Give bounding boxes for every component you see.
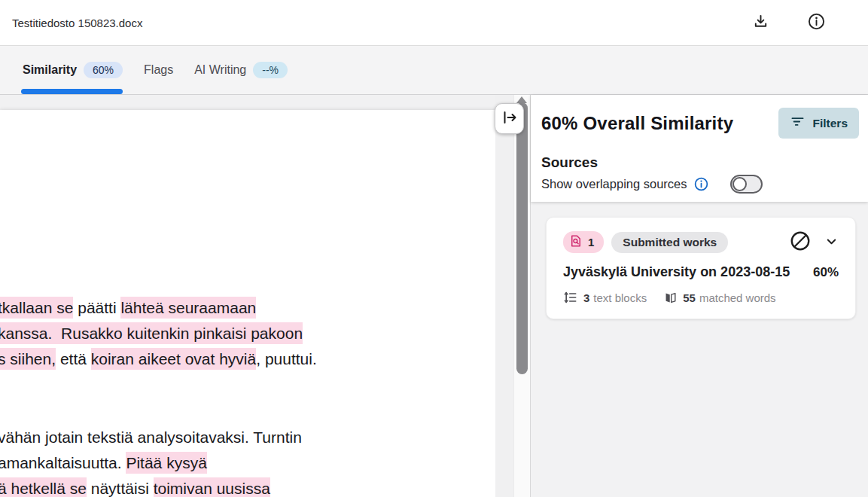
- ai-writing-score-badge: --%: [253, 62, 288, 78]
- text-blocks-lines-icon: [563, 290, 578, 305]
- sources-heading: Sources: [541, 154, 859, 171]
- top-bar: Testitiedosto 150823.docx: [0, 0, 868, 46]
- overlapping-sources-row: Show overlapping sources: [541, 175, 859, 194]
- download-icon: [752, 13, 769, 32]
- document-page: tkallaan se päätti lähteä seuraamaankans…: [0, 110, 495, 497]
- document-paragraph: tkallaan se päätti lähteä seuraamaankans…: [0, 295, 489, 372]
- tab-flags-label: Flags: [144, 63, 173, 77]
- tab-ai-writing[interactable]: AI Writing --%: [194, 46, 288, 94]
- document-scrollbar[interactable]: [513, 95, 530, 497]
- scrollbar-thumb[interactable]: [516, 102, 528, 374]
- document-paragraph: vähän jotain tekstiä analysoitavaksi. Tu…: [0, 425, 489, 497]
- main-content: tkallaan se päätti lähteä seuraamaankans…: [0, 95, 868, 497]
- info-circle-blue-icon[interactable]: [693, 176, 709, 192]
- document-title: Testitiedosto 150823.docx: [12, 17, 142, 29]
- collapse-panel-button[interactable]: [495, 103, 524, 134]
- tab-ai-writing-label: AI Writing: [194, 63, 246, 77]
- exclude-slash-circle-icon: [789, 230, 812, 255]
- source-card[interactable]: 1 Submitted works: [546, 217, 856, 319]
- matched-words-count: 55: [683, 291, 696, 304]
- text-blocks-count: 3: [583, 291, 589, 304]
- active-tab-indicator: [21, 89, 123, 94]
- text-blocks-label: text blocks: [593, 291, 647, 304]
- sources-list: 1 Submitted works: [531, 202, 868, 497]
- download-button[interactable]: [752, 13, 769, 32]
- filters-button-label: Filters: [812, 117, 848, 130]
- viewer-gutter: [495, 95, 513, 497]
- filter-lines-icon: [790, 114, 806, 133]
- source-type-chip: Submitted works: [611, 232, 728, 253]
- similarity-report-window: Testitiedosto 150823.docx: [0, 0, 868, 497]
- chevron-down-icon: [824, 234, 839, 251]
- matched-pages-icon: [663, 291, 678, 305]
- tab-similarity[interactable]: Similarity 60%: [23, 46, 123, 94]
- similarity-score-badge: 60%: [84, 62, 123, 78]
- overlap-toggle-label: Show overlapping sources: [541, 177, 687, 191]
- similarity-panel: 60% Overall Similarity Filters Sources: [530, 95, 868, 497]
- source-percent: 60%: [813, 265, 839, 280]
- document-search-icon: [569, 234, 583, 250]
- expand-source-button[interactable]: [824, 234, 839, 251]
- collapse-panel-arrow-icon: [501, 108, 519, 129]
- info-button[interactable]: [807, 12, 826, 33]
- matched-words-label: matched words: [699, 291, 776, 304]
- filters-button[interactable]: Filters: [778, 108, 859, 139]
- document-viewer: tkallaan se päätti lähteä seuraamaankans…: [0, 95, 495, 497]
- source-number: 1: [588, 236, 594, 248]
- info-circle-icon: [807, 12, 826, 33]
- toggle-knob: [732, 177, 747, 191]
- source-title: Jyväskylä University on 2023-08-15: [563, 264, 790, 280]
- report-tabs: Similarity 60% Flags AI Writing --%: [0, 46, 868, 95]
- source-number-badge: 1: [563, 231, 604, 253]
- tab-flags[interactable]: Flags: [144, 46, 173, 94]
- exclude-source-button[interactable]: [789, 230, 812, 255]
- tab-similarity-label: Similarity: [23, 63, 77, 77]
- show-overlapping-toggle[interactable]: [730, 175, 763, 194]
- overall-similarity-title: 60% Overall Similarity: [541, 113, 733, 134]
- panel-header: 60% Overall Similarity Filters Sources: [531, 95, 868, 202]
- top-bar-actions: [752, 12, 826, 33]
